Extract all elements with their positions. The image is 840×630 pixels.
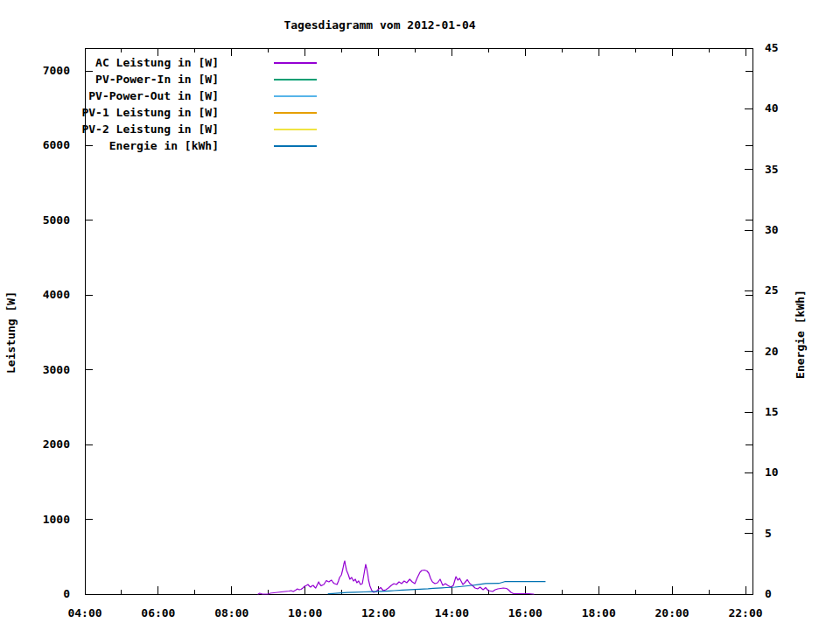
legend-label: PV-2 Leistung in [W] xyxy=(81,122,219,136)
x-tick-label: 14:00 xyxy=(435,606,469,620)
y2-tick-label: 35 xyxy=(765,163,779,176)
y2-tick-label: 30 xyxy=(765,223,779,236)
tagesdiagramm-chart: 04:0006:0008:0010:0012:0014:0016:0018:00… xyxy=(0,0,840,630)
y2-tick-label: 25 xyxy=(765,284,779,297)
x-tick-label: 06:00 xyxy=(141,606,175,620)
legend-label: Energie in [kWh] xyxy=(109,139,219,152)
y1-tick-label: 0 xyxy=(63,587,70,600)
y1-tick-label: 6000 xyxy=(43,138,70,151)
y2-tick-label: 45 xyxy=(765,41,779,54)
x-tick-label: 04:00 xyxy=(67,606,102,620)
legend-entry: Energie in [kWh] xyxy=(109,139,317,152)
y1-tick-label: 2000 xyxy=(43,438,70,451)
data-series xyxy=(258,561,545,594)
y2-tick-label: 0 xyxy=(765,587,772,600)
chart-canvas: 04:0006:0008:0010:0012:0014:0016:0018:00… xyxy=(0,0,840,630)
x-tick-label: 20:00 xyxy=(655,606,690,620)
y1-tick-label: 3000 xyxy=(43,363,70,376)
legend-label: PV-Power-In in [W] xyxy=(95,73,219,86)
y2-tick-label: 10 xyxy=(765,466,779,479)
x-tick-label: 22:00 xyxy=(728,606,762,620)
x-tick-label: 18:00 xyxy=(582,606,616,620)
x-tick-label: 08:00 xyxy=(214,606,248,620)
legend-entry: PV-1 Leistung in [W] xyxy=(81,106,317,119)
x-tick-label: 16:00 xyxy=(508,606,542,620)
y2-tick-label: 20 xyxy=(765,345,779,358)
legend-label: PV-Power-Out in [W] xyxy=(88,89,219,102)
y1-tick-label: 5000 xyxy=(43,214,70,227)
y1-tick-label: 7000 xyxy=(43,64,70,77)
ylabel-left: Leistung [W] xyxy=(4,291,18,374)
legend-label: PV-1 Leistung in [W] xyxy=(81,106,219,119)
ylabel-right: Energie [kWh] xyxy=(794,290,807,379)
y2-tick-label: 15 xyxy=(765,405,779,418)
series-ac-leistung-in-w xyxy=(258,561,534,594)
legend-entry: AC Leistung in [W] xyxy=(95,56,317,69)
legend-entry: PV-Power-Out in [W] xyxy=(88,89,317,102)
y2-tick-label: 40 xyxy=(765,102,779,115)
legend-label: AC Leistung in [W] xyxy=(95,56,219,69)
legend-entry: PV-Power-In in [W] xyxy=(95,73,317,86)
chart-title: Tagesdiagramm vom 2012-01-04 xyxy=(284,18,475,32)
y1-tick-label: 1000 xyxy=(43,513,70,526)
x-tick-label: 12:00 xyxy=(361,606,396,620)
y1-tick-label: 4000 xyxy=(43,288,70,301)
y2-tick-label: 5 xyxy=(765,527,772,540)
x-tick-label: 10:00 xyxy=(288,606,322,620)
legend-entry: PV-2 Leistung in [W] xyxy=(81,122,317,136)
legend: AC Leistung in [W]PV-Power-In in [W]PV-P… xyxy=(81,56,317,152)
